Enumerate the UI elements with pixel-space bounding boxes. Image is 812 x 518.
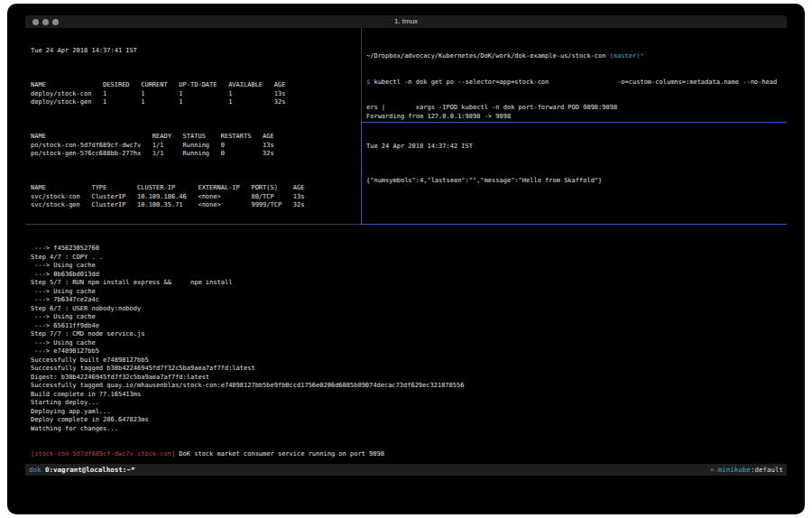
slide-background: 1. tmux Tue 24 Apr 2018 14:37:41 IST NAM…: [7, 4, 805, 514]
terminal-window: 1. tmux Tue 24 Apr 2018 14:37:41 IST NAM…: [25, 15, 787, 479]
watch-timestamp: Tue 24 Apr 2018 14:37:41 IST: [31, 47, 361, 56]
pod-log-line: [stock-con-5d7df689cf-dwc7v stock-con] D…: [31, 450, 783, 459]
pane-border-vertical[interactable]: [361, 28, 362, 122]
window-title: 1. tmux: [25, 15, 787, 28]
port-forward-output: ers | xargs -IPOD kubectl -n dok port-fo…: [366, 104, 787, 120]
shell-command-line: $ kubectl -n dok get po --selector=app=s…: [366, 79, 787, 88]
git-branch-label: (master): [610, 52, 641, 60]
kube-namespace: :default: [751, 464, 783, 476]
pane-border-active-left[interactable]: [361, 122, 362, 225]
current-directory: ~/Dropbox/advocacy/Kubernetes/DoK/work/d…: [366, 52, 610, 60]
service-json-response: {"numsymbols":4,"lastseen":"","message":…: [366, 177, 787, 186]
pane-border-horizontal-left[interactable]: [25, 224, 361, 225]
deployments-table: NAME DESIRED CURRENT UP-TO-DATE AVAILABL…: [31, 81, 361, 107]
tmux-session: Tue 24 Apr 2018 14:37:41 IST NAME DESIRE…: [25, 28, 787, 464]
tmux-status-bar: dok 0:vagrant@localhost:~* ⎈ minikube :d…: [25, 464, 787, 476]
window-titlebar: 1. tmux: [25, 15, 787, 28]
tmux-session-name: dok: [29, 464, 45, 476]
kubernetes-helm-icon: ⎈: [710, 464, 718, 476]
kubectl-port-forward-command: kubectl -n dok get po --selector=app=sto…: [370, 79, 777, 86]
page-background: { "window": { "title": "1. tmux" }, "lef…: [0, 0, 812, 518]
status-bar-right: ⎈ minikube :default: [710, 464, 783, 476]
pane-kubectl-watch[interactable]: Tue 24 Apr 2018 14:37:41 IST NAME DESIRE…: [31, 30, 361, 223]
shell-prompt-path: ~/Dropbox/advocacy/Kubernetes/DoK/work/d…: [366, 52, 787, 61]
pods-table: NAME READY STATUS RESTARTS AGE po/stock-…: [31, 133, 361, 159]
pane-border-active-top[interactable]: [361, 122, 787, 123]
pane-border-active-bottom[interactable]: [361, 224, 787, 225]
pod-log-prefix: [stock-con-5d7df689cf-dwc7v stock-con]: [31, 450, 175, 458]
pane-skaffold-build-log[interactable]: ---> f45623052760 Step 4/7 : COPY . . --…: [31, 227, 783, 460]
curl-timestamp: Tue 24 Apr 2018 14:37:42 IST: [366, 143, 787, 152]
git-dirty-flag: *: [640, 52, 643, 60]
status-bar-left: dok 0:vagrant@localhost:~*: [29, 464, 134, 476]
docker-build-output: ---> f45623052760 Step 4/7 : COPY . . --…: [31, 245, 783, 433]
pane-port-forward[interactable]: ~/Dropbox/advocacy/Kubernetes/DoK/work/d…: [366, 35, 787, 120]
pane-curl-output[interactable]: Tue 24 Apr 2018 14:37:42 IST {"numsymbol…: [366, 125, 787, 223]
services-table: NAME TYPE CLUSTER-IP EXTERNAL-IP PORT(S)…: [31, 184, 361, 210]
pod-log-message: DoK stock market consumer service runnin…: [175, 450, 384, 458]
tmux-window-item[interactable]: 0:vagrant@localhost:~*: [45, 464, 134, 476]
kube-cluster-name: minikube: [718, 464, 751, 476]
